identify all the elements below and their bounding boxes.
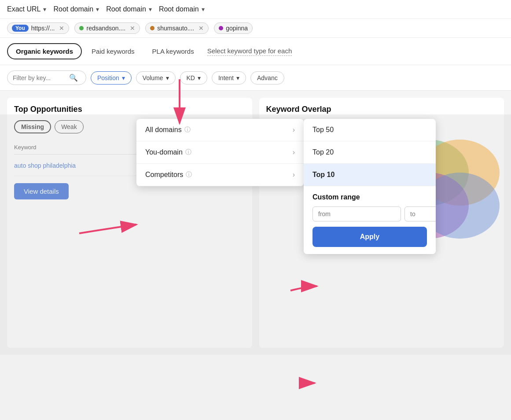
apply-button[interactable]: Apply [312, 227, 427, 247]
chip-gopinna-url: gopinna [226, 25, 248, 32]
root-domain-dropdown-2[interactable]: Root domain ▾ [106, 5, 152, 13]
search-icon: 🔍 [69, 74, 78, 82]
chip-you-close[interactable]: ✕ [59, 25, 64, 32]
intent-filter-button[interactable]: Intent ▾ [212, 71, 246, 85]
search-input[interactable] [13, 74, 66, 81]
tab-paid-keywords[interactable]: Paid keywords [84, 44, 143, 59]
position-filter-label: Position [97, 74, 119, 81]
missing-chip[interactable]: Missing [14, 120, 51, 133]
chip-redsands[interactable]: redsandson.... ✕ [74, 22, 140, 34]
all-domains-chevron-icon: › [293, 126, 295, 134]
keyword-tabs: Organic keywords Paid keywords PLA keywo… [0, 38, 511, 65]
root-domain-dropdown-3[interactable]: Root domain ▾ [159, 5, 205, 13]
position-dropdown: All domains ⓘ › You-domain ⓘ › Competito… [136, 119, 304, 186]
root-domain-label-1: Root domain [53, 5, 93, 13]
to-input[interactable] [404, 206, 436, 221]
volume-chevron-icon: ▾ [166, 74, 169, 81]
volume-filter-label: Volume [143, 74, 163, 81]
root-domain-chevron-1: ▾ [96, 6, 99, 13]
you-domain-label: You-domain [145, 148, 183, 156]
redsands-dot [79, 26, 84, 30]
chip-redsands-url: redsandson.... [86, 25, 125, 32]
chip-you[interactable]: You https://... ✕ [7, 22, 69, 34]
exact-url-dropdown[interactable]: Exact URL ▾ [7, 5, 46, 13]
competitors-label: Competitors [145, 171, 183, 179]
kd-filter-button[interactable]: KD ▾ [180, 71, 207, 85]
filter-row: 🔍 Position ▾ Volume ▾ KD ▾ Intent ▾ Adva… [0, 65, 511, 91]
root-domain-label-3: Root domain [159, 5, 199, 13]
position-filter-button[interactable]: Position ▾ [91, 71, 132, 85]
exact-url-chevron: ▾ [43, 6, 46, 13]
chip-shums[interactable]: shumsauto.... ✕ [145, 22, 209, 34]
competitors-info-icon: ⓘ [186, 171, 192, 179]
kd-chevron-icon: ▾ [198, 74, 201, 81]
custom-range-label: Custom range [312, 193, 427, 201]
root-domain-dropdown-1[interactable]: Root domain ▾ [53, 5, 99, 13]
competitors-chevron-icon: › [293, 171, 295, 179]
all-domains-label: All domains [145, 126, 182, 134]
filter-search-container[interactable]: 🔍 [7, 70, 86, 85]
you-badge: You [12, 25, 29, 32]
tab-pla-keywords[interactable]: PLA keywords [144, 44, 202, 59]
intent-chevron-icon: ▾ [236, 74, 239, 81]
competitors-item[interactable]: Competitors ⓘ › [136, 164, 304, 186]
root-domain-label-2: Root domain [106, 5, 146, 13]
you-domain-info-icon: ⓘ [185, 148, 191, 156]
exact-url-label: Exact URL [7, 5, 40, 13]
chip-you-url: https://... [31, 25, 55, 32]
root-domain-chevron-3: ▾ [202, 6, 205, 13]
view-details-button[interactable]: View details [14, 183, 69, 199]
all-domains-info-icon: ⓘ [184, 126, 191, 134]
shums-dot [150, 26, 154, 30]
intent-filter-label: Intent [218, 74, 234, 81]
position-chevron-icon: ▾ [122, 74, 125, 81]
url-chip-row: You https://... ✕ redsandson.... ✕ shums… [0, 19, 511, 38]
top-opportunities-title: Top Opportunities [14, 105, 245, 114]
chip-shums-url: shumsauto.... [157, 25, 194, 32]
gopinna-dot [219, 26, 223, 30]
you-domain-item[interactable]: You-domain ⓘ › [136, 141, 304, 164]
custom-range-inputs [312, 206, 427, 221]
top-10-item[interactable]: Top 10 [304, 164, 436, 186]
chip-redsands-close[interactable]: ✕ [130, 25, 135, 32]
select-keyword-type[interactable]: Select keyword type for each [207, 47, 292, 56]
chip-gopinna[interactable]: gopinna [214, 22, 253, 34]
advanced-filter-button[interactable]: Advanc [250, 71, 284, 85]
keyword-overlap-title: Keyword Overlap [266, 105, 497, 114]
volume-filter-button[interactable]: Volume ▾ [136, 71, 176, 85]
all-domains-item[interactable]: All domains ⓘ › [136, 119, 304, 141]
chip-shums-close[interactable]: ✕ [199, 25, 204, 32]
top-50-item[interactable]: Top 50 [304, 119, 436, 141]
from-input[interactable] [312, 206, 401, 221]
custom-range-section: Custom range Apply [304, 186, 436, 254]
advanced-filter-label: Advanc [257, 74, 278, 81]
kd-filter-label: KD [187, 74, 195, 81]
url-bar-row: Exact URL ▾ Root domain ▾ Root domain ▾ … [0, 0, 511, 19]
sub-dropdown: Top 50 Top 20 Top 10 Custom range Apply [304, 119, 436, 254]
weak-chip[interactable]: Weak [55, 120, 84, 133]
top-20-item[interactable]: Top 20 [304, 141, 436, 164]
you-domain-chevron-icon: › [293, 148, 295, 156]
main-container: Exact URL ▾ Root domain ▾ Root domain ▾ … [0, 0, 511, 420]
root-domain-chevron-2: ▾ [149, 6, 152, 13]
tab-organic-keywords[interactable]: Organic keywords [7, 43, 82, 59]
